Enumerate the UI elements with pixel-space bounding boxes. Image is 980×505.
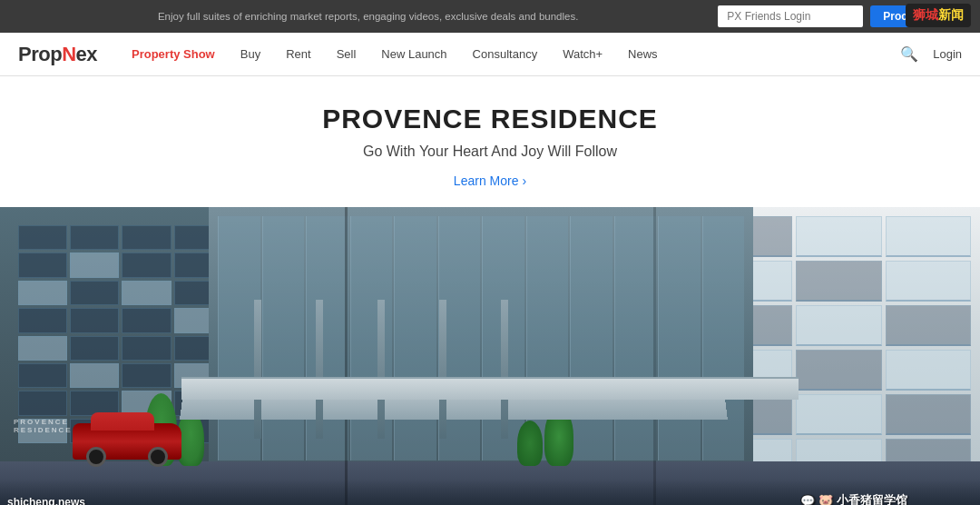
roof-structure	[181, 377, 799, 400]
hero-section: PROVENCE RESIDENCE Go With Your Heart An…	[0, 76, 980, 207]
nav-links: Property Show Buy Rent Sell New Launch C…	[119, 33, 900, 76]
tree-3	[517, 421, 543, 466]
nav-property-show[interactable]: Property Show	[119, 33, 228, 76]
logo[interactable]: PropNex	[18, 43, 97, 66]
hero-title: PROVENCE RESIDENCE	[18, 104, 962, 134]
learn-more-link[interactable]: Learn More ›	[454, 173, 526, 188]
search-icon[interactable]: 🔍	[900, 45, 918, 63]
column-3	[377, 300, 385, 439]
property-image: PROVENCERESIDENCE	[0, 207, 980, 505]
nav-right: 🔍 Login	[900, 45, 962, 63]
learn-more-label: Learn More	[454, 173, 519, 188]
brand-text-yellow: 新闻	[938, 7, 964, 22]
nav-news[interactable]: News	[615, 33, 671, 76]
brand-text-red: 狮城	[913, 7, 938, 22]
nav-buy[interactable]: Buy	[228, 33, 273, 76]
parked-car	[73, 423, 181, 460]
nav-consultancy[interactable]: Consultancy	[460, 33, 551, 76]
canopy-columns	[254, 300, 508, 439]
residence-sign: PROVENCERESIDENCE	[14, 418, 73, 434]
nav-rent[interactable]: Rent	[273, 33, 323, 76]
building-divider-right	[653, 207, 656, 505]
column-5	[501, 300, 508, 439]
wechat-icon: 💬	[800, 494, 815, 506]
notification-text: Enjoy full suites of enriching market re…	[18, 11, 718, 22]
column-4	[439, 300, 446, 439]
watermark-shicheng: shicheng.news	[7, 496, 85, 505]
column-2	[316, 300, 323, 439]
car-wheel-right	[148, 447, 168, 467]
nav-watch-plus[interactable]: Watch+	[550, 33, 615, 76]
nav-sell[interactable]: Sell	[324, 33, 369, 76]
chevron-right-icon: ›	[522, 173, 526, 188]
car-wheel-left	[86, 447, 106, 467]
nav-new-launch[interactable]: New Launch	[368, 33, 459, 76]
navbar: PropNex Property Show Buy Rent Sell New …	[0, 33, 980, 76]
nav-login[interactable]: Login	[933, 47, 962, 61]
column-1	[254, 300, 261, 439]
hero-subtitle: Go With Your Heart And Joy Will Follow	[18, 144, 962, 160]
watermark-text: 🐷 小香猪留学馆	[818, 492, 907, 505]
watermark-xiaoxiangzhu: 💬 🐷 小香猪留学馆	[800, 492, 907, 505]
notification-bar: Enjoy full suites of enriching market re…	[0, 0, 980, 33]
brand-badge: 狮城新闻	[906, 4, 971, 27]
px-login-input[interactable]	[718, 5, 863, 27]
